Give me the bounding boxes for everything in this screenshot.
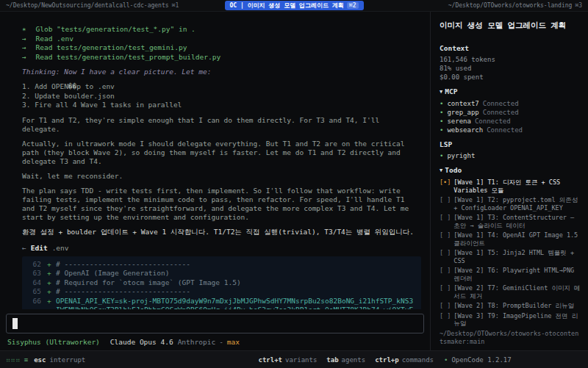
status-dot-icon: • (440, 99, 443, 108)
todo-heading: Todo (445, 166, 462, 174)
tab-workspace-2-active[interactable]: OC | 이미지 생성 모델 업그레이드 계획 ⌘2 (225, 1, 364, 10)
diff-code-text: # OpenAI (Image Generation) (56, 269, 414, 278)
esc-hint-key: esc (34, 356, 46, 364)
todo-section-header[interactable]: ▼Todo (440, 166, 582, 176)
diff-add-sign: + (47, 278, 56, 288)
lsp-section-header: LSP (440, 140, 582, 149)
agent-name[interactable]: Sisyphus (Ultraworker) (7, 338, 100, 346)
todo-checkbox: [•] (440, 178, 451, 194)
status-dot-icon: • (440, 151, 443, 160)
activity-spinner-icon: ⠶⠶⠶ (6, 356, 21, 364)
todo-item: [ ] [Wave 1] T3: ContentStructurer — 초안 … (440, 214, 582, 229)
opencode-app: ~/Desktop/NewOutsourcing/dentalcall-cdc-… (0, 0, 588, 368)
todo-label: [Wave 1] T5: Jinja2 HTML 템플릿 + CSS (453, 249, 582, 264)
todo-item: [ ] [Wave 1] T4: OpenAI GPT Image 1.5 클라… (440, 231, 582, 247)
tool-call-icon: ∗ (22, 25, 26, 33)
diff-line: 63 + # OpenAI (Image Generation) (26, 269, 414, 278)
menu-icon: ≡ (24, 356, 28, 364)
diff-code-text: # ------------------------------ (56, 260, 414, 270)
assistant-paragraph: Actually, in ultrawork mode I should del… (22, 140, 421, 166)
shortcut-label: commands (402, 356, 434, 364)
diff-block: 62 + # ------------------------------ 63… (22, 256, 421, 310)
todo-item: [ ] [Wave 3] T9: ImagePipeline 전면 리뉴얼 (440, 312, 582, 328)
todo-list[interactable]: [•] [Wave 1] T1: 디자인 토큰 + CSS Variables … (440, 178, 582, 327)
todo-label: [Wave 2] T8: PromptBuilder 리뉴얼 (453, 302, 582, 310)
diff-line: 62 + # ------------------------------ (26, 260, 414, 270)
status-dot-icon: • (440, 108, 443, 117)
tool-call-line: → Read tests/generation/test_prompt_buil… (22, 53, 421, 62)
diff-add-sign: + (47, 269, 56, 278)
todo-checkbox: [ ] (440, 249, 451, 264)
mcp-server-name: grep_app (447, 108, 478, 117)
tool-call-icon: → (22, 53, 26, 61)
context-stats: 161,546 tokens 81% used $0.00 spent (440, 55, 582, 82)
sidebar: 이미지 생성 모델 업그레이드 계획 Context 161,546 token… (430, 12, 588, 350)
workspace-path: ~/Desktop/OTOworks/otoworks-otocontentsm… (440, 330, 582, 346)
todo-checkbox: [ ] (440, 302, 451, 310)
conversation-scroll[interactable]: ∗ Glob "tests/generation/test_*.py" in .… (0, 12, 430, 309)
tool-call-icon: → (22, 43, 26, 51)
mcp-section-header[interactable]: ▼MCP (440, 87, 582, 97)
assistant-paragraphs: For T1 and T2, they're simple enough tha… (22, 116, 421, 222)
tool-call-list: ∗ Glob "tests/generation/test_*.py" in .… (22, 25, 421, 62)
diff-line: 65 + # ------------------------------ (26, 287, 414, 297)
context-stat: 81% used (440, 64, 582, 73)
diff-code-text: # Required for `otocm image` (GPT Image … (56, 278, 414, 288)
todo-checkbox: [ ] (440, 284, 451, 300)
step-line: 3. Fire all 4 Wave 1 tasks in parallel (22, 101, 421, 110)
tool-call-line: → Read tests/generation/test_gemini.py (22, 43, 421, 53)
assistant-summary-korean: 환경 설정 + boulder 업데이트 + Wave 1 시작합니다. T1/… (22, 228, 421, 237)
todo-label: [Wave 3] T9: ImagePipeline 전면 리뉴얼 (453, 312, 582, 328)
todo-item: [ ] [Wave 2] T7: GeminiClient 이미지 메서드 제거 (440, 284, 582, 300)
diff-add-sign: + (47, 297, 56, 310)
lsp-item: • pyright (440, 151, 582, 160)
tab-workspace-2-label: OC | 이미지 생성 모델 업그레이드 계획 (230, 1, 344, 10)
app-version-text: OpenCode 1.2.17 (451, 356, 511, 364)
tool-call-text: Glob "tests/generation/test_*.py" in . (35, 25, 195, 33)
mcp-server-name: serena (447, 117, 471, 126)
tab-workspace-3-label: ~/Desktop/OTOworks/otoworks-landing (448, 2, 573, 9)
tool-call-line: → Read .env (22, 35, 421, 44)
todo-checkbox: [ ] (440, 196, 451, 212)
shortcut-hint: ctrl+pcommands (375, 356, 434, 364)
shortcut-hint: tabagents (326, 356, 365, 364)
esc-hint-label: interrupt (49, 356, 85, 364)
assistant-paragraph: The plan says TDD - write tests first, t… (22, 187, 421, 222)
diff-code-text: # ------------------------------ (56, 287, 414, 297)
lsp-list: • pyright (440, 151, 582, 160)
todo-item: [ ] [Wave 2] T6: Playwright HTML→PNG 렌더러 (440, 267, 582, 282)
todo-checkbox: [ ] (440, 312, 451, 328)
status-dot-icon: • (444, 356, 448, 364)
text-cursor (12, 318, 18, 329)
status-dot-icon: • (440, 126, 443, 134)
app-version: • OpenCode 1.2.17 (434, 356, 588, 364)
mcp-server-item: • websearch Connected (440, 126, 582, 134)
step-line: 1. Add OPEN��p to .env (22, 82, 421, 92)
todo-label: [Wave 2] T7: GeminiClient 이미지 메서드 제거 (453, 284, 582, 300)
main-pane: ∗ Glob "tests/generation/test_*.py" in .… (0, 12, 430, 350)
line-number: 63 (26, 269, 41, 278)
line-number: 62 (26, 260, 41, 270)
topbar: ~/Desktop/NewOutsourcing/dentalcall-cdc-… (0, 0, 588, 12)
chevron-down-icon: ▼ (440, 87, 442, 96)
prompt-input[interactable] (6, 314, 424, 333)
mcp-server-status: Connected (483, 99, 519, 108)
shortcut-hint: ctrl+tvariants (258, 356, 317, 364)
model-name[interactable]: Claude Opus 4.6 (110, 338, 173, 346)
tab-workspace-3[interactable]: ~/Desktop/OTOworks/otoworks-landing ⌘3 (371, 2, 583, 9)
todo-checkbox: [ ] (440, 231, 451, 247)
todo-checkbox: [ ] (440, 267, 451, 282)
diff-add-sign: + (47, 260, 56, 270)
shortcut-label: agents (342, 356, 366, 364)
line-number: 66 (26, 297, 41, 310)
tool-call-line: ∗ Glob "tests/generation/test_*.py" in . (22, 25, 421, 35)
todo-item: [ ] [Wave 1] T2: pyproject.toml 의존성 + Co… (440, 196, 582, 212)
tool-call-text: Read tests/generation/test_prompt_builde… (35, 53, 220, 61)
model-provider: Anthropic (178, 338, 215, 346)
edit-verb: Edit (31, 244, 48, 252)
shortcut-hints: ctrl+tvariants tabagents ctrl+pcommands (258, 356, 434, 364)
todo-item: [ ] [Wave 1] T5: Jinja2 HTML 템플릿 + CSS (440, 249, 582, 264)
body-split: ∗ Glob "tests/generation/test_*.py" in .… (0, 12, 588, 350)
mcp-server-status: Connected (483, 108, 519, 117)
tab-workspace-1[interactable]: ~/Desktop/NewOutsourcing/dentalcall-cdc-… (6, 2, 218, 9)
